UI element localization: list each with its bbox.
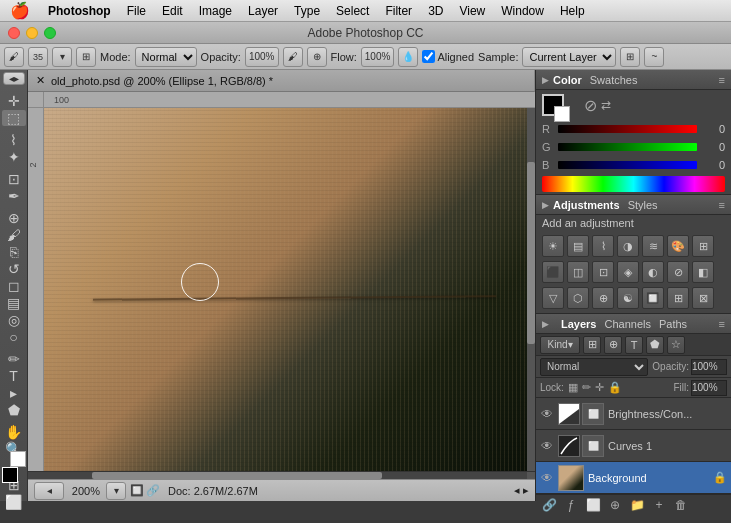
lock-all-icon[interactable]: 🔒: [608, 381, 622, 394]
swatches-tab[interactable]: Swatches: [590, 74, 638, 86]
move-tool[interactable]: ✛: [2, 93, 26, 109]
filter-pixel-icon[interactable]: ⊞: [583, 336, 601, 354]
fill-control[interactable]: Fill:: [673, 380, 727, 396]
brush-tool[interactable]: 🖌: [2, 227, 26, 243]
layer-eye-brightness[interactable]: 👁: [540, 407, 554, 421]
clone-stamp-tool[interactable]: ⎘: [2, 244, 26, 260]
canvas-scroll[interactable]: [44, 108, 535, 471]
color-panel-menu[interactable]: ≡: [719, 74, 725, 86]
apple-menu[interactable]: 🍎: [0, 1, 40, 20]
prev-btn[interactable]: ◂: [34, 482, 64, 500]
vibrance-adj-icon[interactable]: ≋: [642, 235, 664, 257]
minimize-button[interactable]: [26, 27, 38, 39]
close-button[interactable]: [8, 27, 20, 39]
threshold-adj-icon[interactable]: ◧: [692, 261, 714, 283]
fill-input[interactable]: [691, 380, 727, 396]
invert-adj-icon[interactable]: ◐: [642, 261, 664, 283]
scrollbar-horizontal[interactable]: [44, 472, 527, 479]
swap-colors-icon[interactable]: ⇄: [601, 98, 611, 112]
posterize-adj-icon[interactable]: ⊘: [667, 261, 689, 283]
layer-item-curves[interactable]: 👁 ⬜ Curves 1: [536, 430, 731, 462]
reset-colors-icon[interactable]: ⊘: [584, 96, 597, 115]
eyedropper-tool[interactable]: ✒: [2, 188, 26, 204]
eraser-tool[interactable]: ◻: [2, 278, 26, 294]
blend-mode-select[interactable]: Normal: [540, 358, 648, 376]
zoom-options-btn[interactable]: ▾: [106, 482, 126, 500]
filter-shape-icon[interactable]: ⬟: [646, 336, 664, 354]
r-slider[interactable]: [558, 125, 697, 133]
menu-layer[interactable]: Layer: [240, 0, 286, 21]
layers-tab[interactable]: Layers: [561, 318, 596, 330]
new-layer-btn[interactable]: +: [650, 497, 668, 513]
maximize-button[interactable]: [44, 27, 56, 39]
add-mask-btn[interactable]: ⬜: [584, 497, 602, 513]
shape-tool[interactable]: ⬟: [2, 402, 26, 418]
layer-eye-curves[interactable]: 👁: [540, 439, 554, 453]
adj-icon-6[interactable]: ⊞: [667, 287, 689, 309]
link-layers-btn[interactable]: 🔗: [540, 497, 558, 513]
opacity-toggle[interactable]: ⊕: [307, 47, 327, 67]
ignore-adj-btn[interactable]: ⊞: [620, 47, 640, 67]
type-tool[interactable]: T: [2, 368, 26, 384]
menu-3d[interactable]: 3D: [420, 0, 451, 21]
menu-select[interactable]: Select: [328, 0, 377, 21]
g-slider[interactable]: [558, 143, 697, 151]
dodge-tool[interactable]: ○: [2, 329, 26, 345]
menu-help[interactable]: Help: [552, 0, 593, 21]
bg-color-swatch[interactable]: [554, 106, 570, 122]
b-slider[interactable]: [558, 161, 697, 169]
lasso-tool[interactable]: ⌇: [2, 132, 26, 148]
styles-tab[interactable]: Styles: [628, 199, 658, 211]
scrollbar-thumb-h[interactable]: [92, 472, 382, 479]
menu-image[interactable]: Image: [191, 0, 240, 21]
lock-pixels-icon[interactable]: ✏: [582, 381, 591, 394]
flow-input[interactable]: 100%: [361, 47, 395, 67]
filter-type-icon[interactable]: T: [625, 336, 643, 354]
path-selection-tool[interactable]: ▸: [2, 385, 26, 401]
status-info[interactable]: 🔲 🔗: [130, 484, 160, 497]
filter-smart-icon[interactable]: ☆: [667, 336, 685, 354]
opacity-input[interactable]: [691, 359, 727, 375]
menu-window[interactable]: Window: [493, 0, 552, 21]
chanmixer-adj-icon[interactable]: ⊡: [592, 261, 614, 283]
menu-view[interactable]: View: [451, 0, 493, 21]
gradient-fill-adj-icon[interactable]: ☯: [617, 287, 639, 309]
layer-item-background[interactable]: 👁 Background 🔒: [536, 462, 731, 494]
screen-mode-btn[interactable]: ⬜: [2, 494, 26, 510]
pen-tool[interactable]: ✏: [2, 351, 26, 367]
levels-adj-icon[interactable]: ▤: [567, 235, 589, 257]
solid-color-adj-icon[interactable]: ⊕: [592, 287, 614, 309]
gradient-map-adj-icon[interactable]: ▽: [542, 287, 564, 309]
pattern-fill-adj-icon[interactable]: 🔲: [642, 287, 664, 309]
airbrush-btn[interactable]: 💧: [398, 47, 418, 67]
magic-wand-tool[interactable]: ✦: [2, 149, 26, 165]
color-tab[interactable]: Color: [553, 74, 582, 86]
menu-filter[interactable]: Filter: [377, 0, 420, 21]
opacity-input[interactable]: 100%: [245, 47, 279, 67]
layer-item-brightness[interactable]: 👁 ⬜ Brightness/Con...: [536, 398, 731, 430]
pressure-btn[interactable]: ~: [644, 47, 664, 67]
healing-brush-tool[interactable]: ⊕: [2, 210, 26, 226]
spectrum-bar[interactable]: [542, 176, 725, 192]
aligned-check[interactable]: Aligned: [422, 50, 474, 63]
delete-layer-btn[interactable]: 🗑: [672, 497, 690, 513]
menu-photoshop[interactable]: Photoshop: [40, 0, 119, 21]
brightness-adj-icon[interactable]: ☀: [542, 235, 564, 257]
adj-icon-7[interactable]: ⊠: [692, 287, 714, 309]
adjustments-tab[interactable]: Adjustments: [553, 199, 620, 211]
opacity-control[interactable]: Opacity:: [652, 359, 727, 375]
exposure-adj-icon[interactable]: ◑: [617, 235, 639, 257]
add-adjustment-btn[interactable]: ⊕: [606, 497, 624, 513]
hand-tool[interactable]: ✋: [2, 424, 26, 440]
marquee-tool[interactable]: ⬚: [2, 110, 26, 126]
background-color[interactable]: [10, 451, 26, 467]
doc-tab-close[interactable]: ✕: [36, 74, 45, 87]
history-brush-tool[interactable]: ↺: [2, 261, 26, 277]
sample-select[interactable]: Current Layer: [522, 47, 616, 67]
lock-position-icon[interactable]: ✛: [595, 381, 604, 394]
fg-color-swatch[interactable]: [542, 94, 564, 116]
selective-color-adj-icon[interactable]: ⬡: [567, 287, 589, 309]
menu-type[interactable]: Type: [286, 0, 328, 21]
crop-tool[interactable]: ⊡: [2, 171, 26, 187]
blur-tool[interactable]: ◎: [2, 312, 26, 328]
